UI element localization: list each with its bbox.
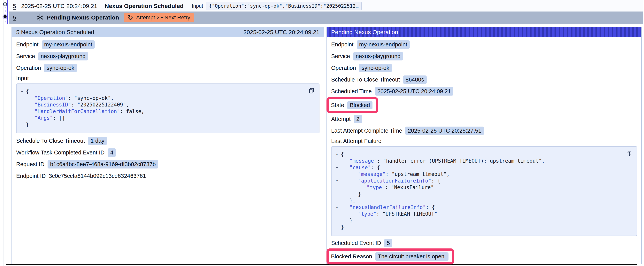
- event-detail-panel: 5 Nexus Operation Scheduled 2025-02-25 U…: [12, 27, 324, 264]
- retry-badge-label: Attempt 2 • Next Retry: [136, 15, 190, 21]
- field-label-scheduled-time: Scheduled Time: [331, 88, 372, 95]
- retry-badge: ↻ Attempt 2 • Next Retry: [124, 13, 194, 22]
- collapse-chevron-icon[interactable]: ›: [334, 177, 341, 184]
- code-gutter: [334, 217, 341, 224]
- collapse-chevron-icon[interactable]: ›: [334, 204, 341, 211]
- collapse-chevron-icon[interactable]: ›: [334, 151, 341, 158]
- code-gutter: [334, 191, 341, 197]
- field-value-request-id: b1c6a4bc-8ee7-468a-9169-df3b02c8737b: [48, 160, 158, 168]
- field-value-schedule-to-close-timeout: 86400s: [403, 76, 427, 84]
- copy-button[interactable]: [625, 150, 633, 158]
- field-value-endpoint-id[interactable]: 3c0c75ccfa8144b092c13ce632463761: [49, 173, 146, 179]
- code-line: "HandlerWaitForCancellation": false,: [18, 108, 315, 115]
- field-value-endpoint: my-nexus-endpoint: [42, 40, 95, 49]
- code-line: "type": "UPSTREAM_TIMEOUT": [334, 211, 633, 217]
- code-line: "Operation": "sync-op-ok",: [18, 95, 315, 101]
- field-row-last-attempt-complete-time: Last Attempt Complete Time2025-02-25 UTC…: [331, 125, 637, 137]
- pending-row-title: Pending Nexus Operation: [47, 14, 119, 21]
- field-row-endpoint: Endpointmy-nexus-endpoint: [331, 39, 637, 50]
- collapse-chevron-icon[interactable]: ›: [334, 164, 341, 171]
- retry-icon: ↻: [128, 15, 133, 21]
- code-line: "type": "NexusFailure": [334, 184, 633, 191]
- code-line: }: [334, 224, 633, 230]
- field-row-operation: Operationsync-op-ok: [331, 62, 637, 74]
- field-row-scheduled-time: Scheduled Time2025-02-25 UTC 20:24:09.21: [331, 85, 637, 97]
- event-row-nexus-operation-scheduled[interactable]: 5 2025-02-25 UTC 20:24:09.21 Nexus Opera…: [9, 1, 643, 12]
- code-gutter: [334, 197, 341, 204]
- timeline-start-icon: [3, 2, 7, 6]
- field-row-endpoint: Endpointmy-nexus-endpoint: [16, 39, 320, 50]
- code-line: "BusinessID": "20250225122409",: [18, 101, 315, 108]
- field-label-state: State: [331, 102, 344, 108]
- field-value-schedule-to-close-timeout: 1 day: [88, 137, 107, 145]
- selected-row-indicator: [7, 1, 8, 24]
- event-title: Nexus Operation Scheduled: [105, 3, 184, 9]
- code-line: ›{: [18, 88, 315, 95]
- event-detail-panel-header: 5 Nexus Operation Scheduled 2025-02-25 U…: [12, 27, 324, 37]
- annotation-box-state: StateBlocked: [326, 97, 378, 113]
- code-line: "message": "upstream timeout",: [334, 171, 633, 177]
- code-line: ›"applicationFailureInfo": {: [334, 177, 633, 184]
- copy-button[interactable]: [308, 87, 315, 95]
- pending-nexus-operation-row[interactable]: 5 Pending Nexus Operation ↻ Attempt 2 • …: [9, 12, 643, 24]
- field-label-attempt: Attempt: [331, 116, 351, 122]
- field-row-attempt: Attempt2: [331, 113, 637, 125]
- code-gutter: [334, 171, 341, 177]
- field-value-blocked-reason: The circuit breaker is open.: [375, 252, 448, 261]
- field-row-endpoint-id: Endpoint ID3c0c75ccfa8144b092c13ce632463…: [16, 170, 320, 182]
- copy-icon: [308, 92, 315, 95]
- field-label-service: Service: [331, 53, 350, 60]
- code-gutter: [18, 115, 26, 121]
- code-line: ›"nexusHandlerFailureInfo": {: [334, 204, 633, 211]
- pending-asterisk-icon: [36, 14, 44, 21]
- code-line: }: [334, 191, 633, 197]
- panel-timestamp: 2025-02-25 UTC 20:24:09.21: [244, 29, 320, 36]
- field-value-attempt: 2: [354, 115, 362, 123]
- event-group-divider: [6, 264, 637, 265]
- field-row-schedule-to-close-timeout: Schedule To Close Timeout86400s: [331, 74, 637, 85]
- panel-title: Pending Nexus Operation: [331, 29, 398, 36]
- field-row-service: Servicenexus-playground: [331, 50, 637, 62]
- field-label-service: Service: [16, 53, 35, 60]
- event-input-preview-chip: {"Operation":"sync-op-ok","BusinessID":"…: [206, 2, 362, 10]
- field-row-state: StateBlocked: [331, 100, 372, 111]
- field-value-operation: sync-op-ok: [359, 64, 392, 72]
- field-value-operation: sync-op-ok: [44, 64, 77, 72]
- field-label-endpoint-id: Endpoint ID: [16, 173, 46, 179]
- field-row-schedule-to-close-timeout: Schedule To Close Timeout1 day: [16, 135, 320, 147]
- field-label-request-id: Request ID: [16, 161, 44, 167]
- field-value-scheduled-event-id: 5: [384, 239, 392, 247]
- field-label-last-attempt-complete-time: Last Attempt Complete Time: [331, 128, 402, 134]
- field-value-endpoint: my-nexus-endpoint: [357, 40, 410, 49]
- field-row-workflow-task-completed-event-id: Workflow Task Completed Event ID4: [16, 147, 320, 158]
- field-value-service: nexus-playground: [353, 52, 403, 61]
- json-code-block-input_json: ›{"Operation": "sync-op-ok","BusinessID"…: [16, 84, 320, 133]
- field-label-schedule-to-close-timeout: Schedule To Close Timeout: [331, 76, 400, 83]
- code-line: ›{: [334, 151, 633, 158]
- code-line: }: [334, 217, 633, 224]
- json-code-block-failure_json: ›{"message": "handler error (UPSTREAM_TI…: [331, 146, 637, 236]
- field-row-service: Servicenexus-playground: [16, 50, 320, 62]
- event-id-link[interactable]: 5: [13, 3, 16, 9]
- field-value-workflow-task-completed-event-id: 4: [108, 148, 116, 157]
- code-gutter: [18, 101, 26, 108]
- field-value-scheduled-time: 2025-02-25 UTC 20:24:09.21: [375, 87, 453, 96]
- event-history-expanded-view: 5 2025-02-25 UTC 20:24:09.21 Nexus Opera…: [0, 0, 644, 266]
- pending-operation-panel-header: Pending Nexus Operation: [327, 27, 641, 37]
- field-row-operation: Operationsync-op-ok: [16, 62, 320, 74]
- event-id-link[interactable]: 5: [13, 14, 16, 21]
- code-line: "message": "handler error (UPSTREAM_TIME…: [334, 158, 633, 164]
- code-gutter: [334, 158, 341, 164]
- copy-icon: [626, 155, 632, 158]
- field-row-scheduled-event-id: Scheduled Event ID5: [331, 237, 637, 248]
- field-row-blocked-reason: Blocked ReasonThe circuit breaker is ope…: [331, 251, 448, 262]
- timeline-gutter-line: [4, 1, 4, 266]
- field-value-state: Blocked: [347, 101, 372, 109]
- event-input-label: Input: [192, 3, 203, 9]
- collapse-chevron-icon[interactable]: ›: [18, 88, 26, 95]
- field-label-schedule-to-close-timeout: Schedule To Close Timeout: [16, 138, 85, 144]
- code-gutter: [334, 224, 341, 230]
- field-row-request-id: Request IDb1c6a4bc-8ee7-468a-9169-df3b02…: [16, 158, 320, 170]
- field-label-workflow-task-completed-event-id: Workflow Task Completed Event ID: [16, 149, 104, 156]
- code-line: ›"cause": {: [334, 164, 633, 171]
